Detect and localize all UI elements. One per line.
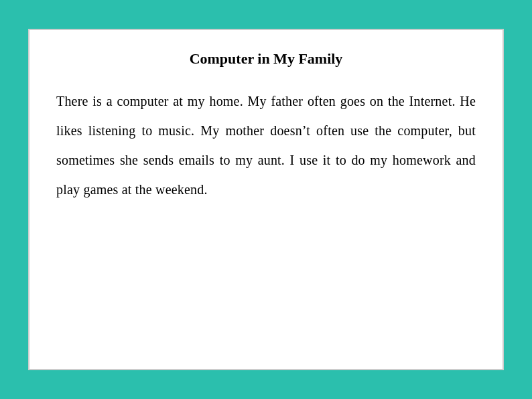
card-title: Computer in My Family <box>56 50 476 68</box>
content-card: Computer in My Family There is a compute… <box>28 29 504 370</box>
card-body: There is a computer at my home. My fathe… <box>56 86 476 204</box>
